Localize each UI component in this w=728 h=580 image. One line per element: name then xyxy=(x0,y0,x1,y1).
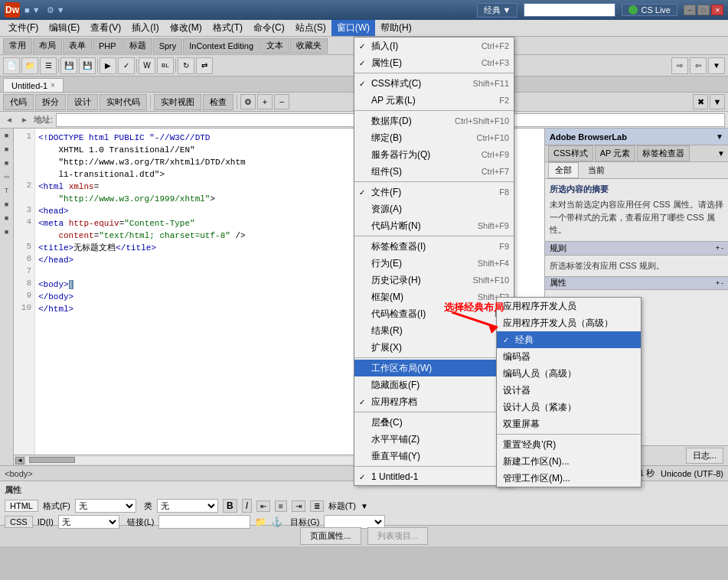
browserlab-options[interactable]: ▼ xyxy=(716,132,723,141)
title-dropdown-icon[interactable]: ▼ xyxy=(361,502,368,510)
code-view-btn[interactable]: 代码 xyxy=(3,94,34,110)
workspace-app-dev[interactable]: 应用程序开发人员 xyxy=(497,298,641,314)
design-view-btn[interactable]: 设计 xyxy=(67,94,98,110)
sidebar-tool-4[interactable]: ⇨ xyxy=(2,173,12,184)
window-menu-workspace-layout[interactable]: 工作区布局(W)▶ xyxy=(354,360,514,376)
window-menu-database[interactable]: 数据库(D)Ctrl+Shift+F10 xyxy=(354,112,514,129)
sidebar-tool-2[interactable]: ■ xyxy=(2,145,12,156)
sidebar-tool-7[interactable]: ■ xyxy=(2,214,12,225)
browse-icon[interactable]: ☰ xyxy=(40,57,57,74)
sidebar-tool-5[interactable]: T xyxy=(2,187,12,197)
link-anchor-icon[interactable]: ⚓ xyxy=(271,516,282,527)
zoom-in-icon[interactable]: + xyxy=(257,94,273,109)
window-menu-untitled[interactable]: ✓1 Untitled-1 xyxy=(354,468,514,485)
sidebar-tool-3[interactable]: ■ xyxy=(2,159,12,170)
window-menu-behaviors[interactable]: 行为(E)Shift+F4 xyxy=(354,255,514,272)
page-props-btn[interactable]: 页面属性... xyxy=(300,527,361,545)
sidebar-tool-1[interactable]: ■ xyxy=(2,132,12,142)
format-select[interactable]: 无 xyxy=(75,499,136,513)
preview-icon[interactable]: ▶ xyxy=(100,57,116,74)
link-browse-icon[interactable]: 📁 xyxy=(255,516,266,527)
open-file-icon[interactable]: 📁 xyxy=(21,57,38,74)
forward-btn[interactable]: ► xyxy=(18,114,31,126)
help-icon[interactable]: ✖ xyxy=(693,94,708,109)
presets-dropdown[interactable]: 经典 ▼ xyxy=(477,3,518,18)
css-tab-btn[interactable]: CSS xyxy=(5,516,33,528)
window-menu-frames[interactable]: 框架(M)Shift+F2 xyxy=(354,288,514,305)
collapse-icon[interactable]: ⇦ xyxy=(690,57,707,74)
tag-inspector-tab[interactable]: 标签检查器 xyxy=(637,145,690,161)
menu-commands[interactable]: 命令(C) xyxy=(248,20,290,36)
link-input[interactable] xyxy=(158,515,250,529)
workspace-manage[interactable]: 管理工作区(M)... xyxy=(497,470,641,487)
menu-modify[interactable]: 修改(M) xyxy=(165,20,207,36)
class-select[interactable]: 无 xyxy=(157,499,218,513)
attr-expand-icon[interactable]: + xyxy=(716,279,720,287)
align-right-icon[interactable]: ⇥ xyxy=(292,500,305,512)
browser-lab-icon[interactable]: BL xyxy=(157,57,174,74)
workspace-app-dev-adv[interactable]: 应用程序开发人员（高级） xyxy=(497,314,641,331)
status-tag[interactable]: <body> xyxy=(5,469,33,478)
view-options-icon[interactable]: ⚙ xyxy=(240,94,256,109)
all-tab[interactable]: 全部 xyxy=(548,162,579,178)
inspect-btn[interactable]: 检查 xyxy=(203,94,233,110)
zoom-out-icon[interactable]: − xyxy=(274,94,289,109)
align-left-icon[interactable]: ⇤ xyxy=(256,500,270,512)
menu-format[interactable]: 格式(T) xyxy=(207,20,248,36)
options-icon[interactable]: ▼ xyxy=(708,57,725,74)
insert-tab-php[interactable]: PHP xyxy=(93,38,122,54)
window-menu-app-archive[interactable]: ✓应用程序档 xyxy=(354,393,514,410)
save-icon[interactable]: 💾 xyxy=(60,57,77,74)
sync-icon[interactable]: ⇄ xyxy=(196,57,213,74)
insert-tab-favorites[interactable]: 收藏夹 xyxy=(290,38,328,54)
sidebar-tool-6[interactable]: ■ xyxy=(2,200,12,211)
insert-tab-text[interactable]: 文本 xyxy=(260,38,289,54)
html-tab-btn[interactable]: HTML xyxy=(5,500,38,512)
workspace-coder-adv[interactable]: 编码人员（高级） xyxy=(497,365,641,382)
live-view-btn[interactable]: 实时视图 xyxy=(154,94,201,110)
italic-btn[interactable]: I xyxy=(242,499,252,513)
window-menu-properties[interactable]: ✓属性(E)Ctrl+F3 xyxy=(354,54,514,71)
save-all-icon[interactable]: 💾 xyxy=(79,57,96,74)
menu-insert[interactable]: 插入(I) xyxy=(126,20,164,36)
workspace-reset[interactable]: 重置'经典'(R) xyxy=(497,436,641,453)
ap-elements-tab[interactable]: AP 元素 xyxy=(595,145,636,161)
rules-minus-icon[interactable]: - xyxy=(721,244,723,252)
search-box[interactable] xyxy=(524,3,615,17)
back-btn[interactable]: ◄ xyxy=(3,114,15,126)
max-button[interactable]: □ xyxy=(697,5,710,15)
right-panel-options[interactable]: ▼ xyxy=(717,149,725,158)
split-view-btn[interactable]: 拆分 xyxy=(35,94,66,110)
menu-file[interactable]: 文件(F) xyxy=(3,20,44,36)
window-menu-history[interactable]: 历史记录(H)Shift+F10 xyxy=(354,272,514,288)
workspace-dual-screen[interactable]: 双重屏幕 xyxy=(497,415,641,432)
cslive-btn[interactable]: CS Live xyxy=(622,4,677,16)
workspace-classic[interactable]: ✓经典 xyxy=(497,331,641,348)
menu-window[interactable]: 窗口(W) xyxy=(331,20,375,36)
window-menu-insert[interactable]: ✓插入(I)Ctrl+F2 xyxy=(354,37,514,54)
window-menu-tile-v[interactable]: 垂直平铺(Y) xyxy=(354,448,514,464)
workspace-designer-compact[interactable]: 设计人员（紧凑） xyxy=(497,399,641,415)
new-file-icon[interactable]: 📄 xyxy=(3,57,20,74)
menu-site[interactable]: 站点(S) xyxy=(290,20,331,36)
insert-tab-layout[interactable]: 布局 xyxy=(33,38,62,54)
doc-tab-untitled[interactable]: Untitled-1 × xyxy=(3,78,64,92)
window-menu-assets[interactable]: 资源(A) xyxy=(354,200,514,217)
doc-tab-close-icon[interactable]: × xyxy=(51,81,55,90)
insert-tab-incontext[interactable]: InContext Editing xyxy=(183,38,260,54)
workspace-designer[interactable]: 设计器 xyxy=(497,382,641,399)
check-browser-icon[interactable]: ✓ xyxy=(118,57,135,74)
log-btn[interactable]: 日志... xyxy=(686,448,723,464)
sidebar-tool-8[interactable]: ■ xyxy=(2,228,12,239)
window-menu-snippets[interactable]: 代码片断(N)Shift+F9 xyxy=(354,217,514,234)
window-menu-css[interactable]: ✓CSS样式(C)Shift+F11 xyxy=(354,75,514,92)
rules-header[interactable]: 规则 + - xyxy=(545,242,728,256)
window-menu-code-inspector[interactable]: 代码检查器(I)F10 xyxy=(354,305,514,322)
menu-view[interactable]: 查看(V) xyxy=(85,20,126,36)
window-menu-cascade[interactable]: 层叠(C) xyxy=(354,414,514,431)
current-tab[interactable]: 当前 xyxy=(582,163,611,178)
expand-all-icon[interactable]: ⇨ xyxy=(671,57,688,74)
menu-help[interactable]: 帮助(H) xyxy=(375,20,417,36)
rules-expand-icon[interactable]: + xyxy=(716,244,720,252)
align-center-icon[interactable]: ≡ xyxy=(275,500,287,512)
